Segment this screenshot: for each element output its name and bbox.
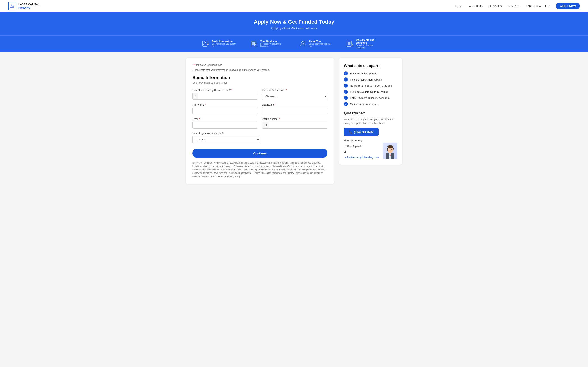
apart-title: What sets us apart : <box>344 64 397 68</box>
form-section-sub: See how much you qualify for <box>192 81 328 84</box>
apply-now-button[interactable]: APPLY NOW <box>556 3 580 9</box>
phone-input[interactable] <box>269 122 327 128</box>
logo: LASER CAPITAL FUNDING <box>8 2 39 10</box>
heard-select[interactable]: Choose <box>192 136 260 143</box>
feature-item-3: ✓ Funding Availble Up to $5 Million <box>344 90 397 94</box>
form-row-3: Email * Phone Number * +1 <box>192 118 328 129</box>
step-4: Documents and signature Submit verificat… <box>346 39 386 49</box>
svg-rect-3 <box>208 43 209 43</box>
main-content: "*" indicates required fields Please not… <box>182 58 406 184</box>
phone-button[interactable]: 📞 (914) 201-3787 <box>344 128 379 136</box>
continue-button[interactable]: Continue <box>192 149 328 158</box>
check-icon-2: ✓ <box>344 83 348 88</box>
step-3: About You Let us know more about you <box>299 39 334 49</box>
phone-group: Phone Number * +1 <box>262 118 328 129</box>
check-icon-4: ✓ <box>344 96 348 100</box>
sidebar-bottom: 📞 (914) 201-3787 Monday - Friday 9:30-7:… <box>344 128 397 159</box>
step-4-title: Documents and signature <box>356 39 386 44</box>
feature-item-1: ✓ Flexible Repayment Option <box>344 77 397 82</box>
feature-item-4: ✓ Early Payment Discount Available <box>344 96 397 100</box>
save-note: Please note that your information is sav… <box>192 68 328 71</box>
purpose-select[interactable]: Choose... <box>262 92 328 100</box>
email-link[interactable]: hello@lasercapitalfunding.com <box>344 156 379 159</box>
funding-group: How Much Funding Do You Need ? * $ <box>192 89 258 100</box>
step-4-sub: Submit verification documents <box>356 44 383 49</box>
step-2-title: Your Business <box>260 40 287 43</box>
logo-text: LASER CAPITAL FUNDING <box>18 3 39 9</box>
required-note: "*" indicates required fields <box>192 64 328 67</box>
form-section-title: Basic Information <box>192 75 328 80</box>
funding-input[interactable] <box>198 93 258 100</box>
svg-rect-9 <box>347 41 351 47</box>
hours-line1: Monday - Friday <box>344 139 379 143</box>
svg-rect-21 <box>393 148 394 150</box>
steps-bar: Basic Information See how much you quali… <box>0 35 588 52</box>
logo-icon <box>8 2 16 10</box>
phone-icon: 📞 <box>349 130 352 133</box>
svg-point-18 <box>389 149 389 150</box>
svg-point-19 <box>391 149 392 150</box>
feature-list: ✓ Easy and Fast Approval ✓ Flexible Repa… <box>344 71 397 106</box>
email-label: Email * <box>192 118 258 120</box>
nav-about[interactable]: ABOUT US <box>469 4 483 8</box>
email-group: Email * <box>192 118 258 129</box>
last-name-group: Last Name * <box>262 103 328 114</box>
questions-title: Questions? <box>344 111 397 115</box>
phone-label: Phone Number * <box>262 118 328 120</box>
phone-input-wrapper: +1 <box>262 122 328 129</box>
check-icon-1: ✓ <box>344 77 348 82</box>
hero-subtitle: Applying will not affect your credit sco… <box>4 27 584 30</box>
phone-country-code: +1 <box>262 122 269 128</box>
purpose-label: Purpose Of The Loan * <box>262 89 328 92</box>
nav-links: HOME ABOUT US SERVICES CONTACT PARTNER W… <box>456 3 580 9</box>
step-2-sub: Let us know about your Business <box>260 43 287 47</box>
last-name-label: Last Name * <box>262 103 328 106</box>
svg-point-8 <box>303 41 305 43</box>
or-text: or <box>344 150 379 154</box>
step-1-sub: See how much you qualify for <box>212 43 238 47</box>
sidebar: What sets us apart : ✓ Easy and Fast App… <box>339 58 402 165</box>
last-name-input[interactable] <box>262 107 328 114</box>
heard-group: How did you hear about us? Choose <box>192 132 260 143</box>
heard-label: How did you hear about us? <box>192 132 260 135</box>
step-3-title: About You <box>309 40 334 43</box>
hero-section: Apply Now & Get Funded Today Applying wi… <box>0 12 588 35</box>
step-2: Your Business Let us know about your Bus… <box>251 39 287 49</box>
step-1: Basic Information See how much you quali… <box>202 39 238 49</box>
hours-line2: 9:30-7:30 p.m.ET <box>344 144 379 149</box>
email-input[interactable] <box>192 122 258 129</box>
dollar-prefix: $ <box>192 93 198 100</box>
svg-point-7 <box>301 42 303 44</box>
hero-title: Apply Now & Get Funded Today <box>4 19 584 25</box>
nav-home[interactable]: HOME <box>456 4 463 8</box>
check-icon-0: ✓ <box>344 71 348 75</box>
feature-item-0: ✓ Easy and Fast Approval <box>344 71 397 75</box>
nav-partner[interactable]: PARTNER WITH US <box>526 4 550 8</box>
contact-info: 📞 (914) 201-3787 Monday - Friday 9:30-7:… <box>344 128 379 159</box>
check-icon-3: ✓ <box>344 90 348 94</box>
nav-contact[interactable]: CONTACT <box>507 4 520 8</box>
check-icon-5: ✓ <box>344 102 348 106</box>
form-row-4: How did you hear about us? Choose <box>192 132 328 143</box>
step-3-sub: Let us know more about you <box>309 43 334 47</box>
feature-item-2: ✓ No Upfront Fees & Hidden Charges <box>344 83 397 88</box>
first-name-group: First Name * <box>192 103 258 114</box>
svg-point-1 <box>204 42 206 43</box>
form-card: "*" indicates required fields Please not… <box>186 58 334 184</box>
questions-desc: We're here to help answer your questions… <box>344 117 397 125</box>
svg-rect-2 <box>208 42 209 42</box>
funding-input-wrapper: $ <box>192 92 258 100</box>
form-row-2: First Name * Last Name * <box>192 103 328 114</box>
step-1-title: Basic Information <box>212 40 238 43</box>
navbar: LASER CAPITAL FUNDING HOME ABOUT US SERV… <box>0 0 588 12</box>
feature-item-5: ✓ Minimum Requirements <box>344 102 397 106</box>
agent-image <box>383 142 397 159</box>
funding-label: How Much Funding Do You Need ? * <box>192 89 258 92</box>
first-name-label: First Name * <box>192 103 258 106</box>
svg-point-10 <box>351 44 353 46</box>
consent-text: By clicking "Continue," you consent to r… <box>192 161 328 178</box>
svg-rect-4 <box>208 44 209 45</box>
purpose-group: Purpose Of The Loan * Choose... <box>262 89 328 100</box>
first-name-input[interactable] <box>192 107 258 114</box>
nav-services[interactable]: SERVICES <box>488 4 502 8</box>
